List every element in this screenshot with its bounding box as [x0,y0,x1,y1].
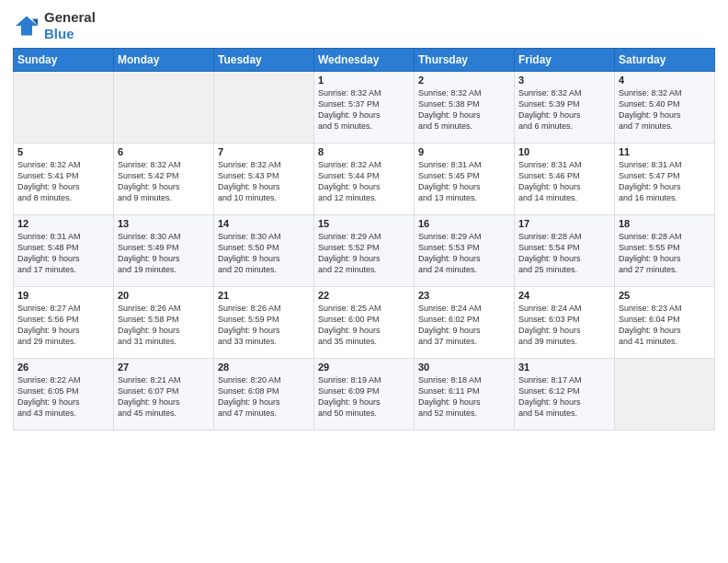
day-number: 16 [418,218,510,229]
day-info: Sunrise: 8:31 AM Sunset: 5:45 PM Dayligh… [418,159,510,204]
calendar-week-3: 12Sunrise: 8:31 AM Sunset: 5:48 PM Dayli… [14,215,715,287]
calendar-cell: 19Sunrise: 8:27 AM Sunset: 5:56 PM Dayli… [14,287,114,359]
calendar-week-2: 5Sunrise: 8:32 AM Sunset: 5:41 PM Daylig… [14,144,715,215]
day-number: 12 [17,218,109,229]
calendar-cell: 26Sunrise: 8:22 AM Sunset: 6:05 PM Dayli… [14,359,114,431]
day-number: 2 [418,75,510,86]
header-row: SundayMondayTuesdayWednesdayThursdayFrid… [14,49,715,72]
calendar-cell: 29Sunrise: 8:19 AM Sunset: 6:09 PM Dayli… [314,359,415,431]
day-number: 19 [17,290,109,301]
day-info: Sunrise: 8:19 AM Sunset: 6:09 PM Dayligh… [318,374,410,419]
day-number: 13 [118,218,210,229]
logo-text: General Blue [44,9,96,42]
day-number: 17 [518,218,610,229]
logo: General Blue [13,9,96,42]
day-info: Sunrise: 8:17 AM Sunset: 6:12 PM Dayligh… [518,374,610,419]
calendar-cell: 5Sunrise: 8:32 AM Sunset: 5:41 PM Daylig… [14,144,114,215]
day-number: 18 [619,218,711,229]
header-day-friday: Friday [515,49,615,72]
calendar-table: SundayMondayTuesdayWednesdayThursdayFrid… [13,48,715,431]
calendar-cell [14,72,114,144]
day-number: 7 [218,146,310,157]
calendar-cell: 25Sunrise: 8:23 AM Sunset: 6:04 PM Dayli… [615,287,715,359]
day-number: 5 [17,146,109,157]
day-number: 28 [218,362,310,373]
day-info: Sunrise: 8:31 AM Sunset: 5:48 PM Dayligh… [17,231,109,276]
day-info: Sunrise: 8:32 AM Sunset: 5:41 PM Dayligh… [17,159,109,204]
day-info: Sunrise: 8:30 AM Sunset: 5:50 PM Dayligh… [218,231,310,276]
day-info: Sunrise: 8:22 AM Sunset: 6:05 PM Dayligh… [17,374,109,419]
header-day-wednesday: Wednesday [314,49,415,72]
calendar-cell: 13Sunrise: 8:30 AM Sunset: 5:49 PM Dayli… [114,215,214,287]
day-info: Sunrise: 8:23 AM Sunset: 6:04 PM Dayligh… [619,303,711,348]
day-number: 27 [118,362,210,373]
day-info: Sunrise: 8:29 AM Sunset: 5:53 PM Dayligh… [418,231,510,276]
day-number: 10 [518,146,610,157]
calendar-cell: 31Sunrise: 8:17 AM Sunset: 6:12 PM Dayli… [515,359,615,431]
calendar-cell: 6Sunrise: 8:32 AM Sunset: 5:42 PM Daylig… [114,144,214,215]
day-number: 22 [318,290,410,301]
day-number: 14 [218,218,310,229]
day-info: Sunrise: 8:27 AM Sunset: 5:56 PM Dayligh… [17,303,109,348]
calendar-cell [615,359,715,431]
calendar-cell: 20Sunrise: 8:26 AM Sunset: 5:58 PM Dayli… [114,287,214,359]
day-info: Sunrise: 8:32 AM Sunset: 5:40 PM Dayligh… [619,87,711,132]
calendar-cell [214,72,314,144]
calendar-cell: 27Sunrise: 8:21 AM Sunset: 6:07 PM Dayli… [114,359,214,431]
calendar-cell: 30Sunrise: 8:18 AM Sunset: 6:11 PM Dayli… [415,359,515,431]
day-info: Sunrise: 8:21 AM Sunset: 6:07 PM Dayligh… [118,374,210,419]
calendar-cell: 18Sunrise: 8:28 AM Sunset: 5:55 PM Dayli… [615,215,715,287]
day-info: Sunrise: 8:24 AM Sunset: 6:03 PM Dayligh… [518,303,610,348]
calendar-cell: 11Sunrise: 8:31 AM Sunset: 5:47 PM Dayli… [615,144,715,215]
day-number: 15 [318,218,410,229]
day-info: Sunrise: 8:18 AM Sunset: 6:11 PM Dayligh… [418,374,510,419]
day-info: Sunrise: 8:31 AM Sunset: 5:47 PM Dayligh… [619,159,711,204]
day-number: 31 [518,362,610,373]
header-day-sunday: Sunday [14,49,114,72]
calendar-cell: 17Sunrise: 8:28 AM Sunset: 5:54 PM Dayli… [515,215,615,287]
day-number: 21 [218,290,310,301]
calendar-cell: 1Sunrise: 8:32 AM Sunset: 5:37 PM Daylig… [314,72,415,144]
calendar-cell: 22Sunrise: 8:25 AM Sunset: 6:00 PM Dayli… [314,287,415,359]
calendar-cell: 21Sunrise: 8:26 AM Sunset: 5:59 PM Dayli… [214,287,314,359]
header-day-saturday: Saturday [615,49,715,72]
calendar-cell: 24Sunrise: 8:24 AM Sunset: 6:03 PM Dayli… [515,287,615,359]
day-info: Sunrise: 8:32 AM Sunset: 5:37 PM Dayligh… [318,87,410,132]
day-info: Sunrise: 8:32 AM Sunset: 5:38 PM Dayligh… [418,87,510,132]
day-number: 9 [418,146,510,157]
calendar-cell [114,72,214,144]
calendar-cell: 9Sunrise: 8:31 AM Sunset: 5:45 PM Daylig… [415,144,515,215]
day-info: Sunrise: 8:26 AM Sunset: 5:59 PM Dayligh… [218,303,310,348]
day-number: 3 [518,75,610,86]
calendar-cell: 4Sunrise: 8:32 AM Sunset: 5:40 PM Daylig… [615,72,715,144]
day-number: 29 [318,362,410,373]
calendar-cell: 14Sunrise: 8:30 AM Sunset: 5:50 PM Dayli… [214,215,314,287]
calendar-cell: 3Sunrise: 8:32 AM Sunset: 5:39 PM Daylig… [515,72,615,144]
calendar-cell: 15Sunrise: 8:29 AM Sunset: 5:52 PM Dayli… [314,215,415,287]
day-info: Sunrise: 8:26 AM Sunset: 5:58 PM Dayligh… [118,303,210,348]
calendar-cell: 23Sunrise: 8:24 AM Sunset: 6:02 PM Dayli… [415,287,515,359]
calendar-week-5: 26Sunrise: 8:22 AM Sunset: 6:05 PM Dayli… [14,359,715,431]
day-number: 8 [318,146,410,157]
calendar-cell: 28Sunrise: 8:20 AM Sunset: 6:08 PM Dayli… [214,359,314,431]
day-info: Sunrise: 8:28 AM Sunset: 5:54 PM Dayligh… [518,231,610,276]
calendar-cell: 12Sunrise: 8:31 AM Sunset: 5:48 PM Dayli… [14,215,114,287]
day-number: 11 [619,146,711,157]
calendar-cell: 8Sunrise: 8:32 AM Sunset: 5:44 PM Daylig… [314,144,415,215]
day-number: 25 [619,290,711,301]
day-info: Sunrise: 8:32 AM Sunset: 5:43 PM Dayligh… [218,159,310,204]
calendar-cell: 7Sunrise: 8:32 AM Sunset: 5:43 PM Daylig… [214,144,314,215]
day-info: Sunrise: 8:32 AM Sunset: 5:42 PM Dayligh… [118,159,210,204]
calendar-cell: 10Sunrise: 8:31 AM Sunset: 5:46 PM Dayli… [515,144,615,215]
day-info: Sunrise: 8:32 AM Sunset: 5:39 PM Dayligh… [518,87,610,132]
day-info: Sunrise: 8:30 AM Sunset: 5:49 PM Dayligh… [118,231,210,276]
day-info: Sunrise: 8:32 AM Sunset: 5:44 PM Dayligh… [318,159,410,204]
day-info: Sunrise: 8:31 AM Sunset: 5:46 PM Dayligh… [518,159,610,204]
calendar-cell: 2Sunrise: 8:32 AM Sunset: 5:38 PM Daylig… [415,72,515,144]
day-info: Sunrise: 8:25 AM Sunset: 6:00 PM Dayligh… [318,303,410,348]
day-number: 1 [318,75,410,86]
calendar-week-1: 1Sunrise: 8:32 AM Sunset: 5:37 PM Daylig… [14,72,715,144]
day-info: Sunrise: 8:24 AM Sunset: 6:02 PM Dayligh… [418,303,510,348]
header-day-thursday: Thursday [415,49,515,72]
calendar-cell: 16Sunrise: 8:29 AM Sunset: 5:53 PM Dayli… [415,215,515,287]
